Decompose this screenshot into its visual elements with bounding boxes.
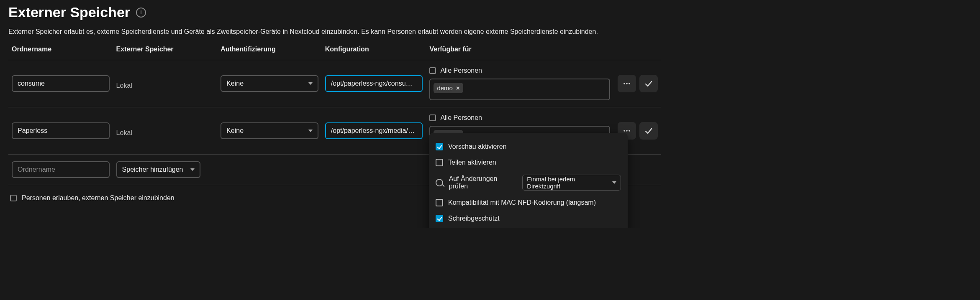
svg-point-1 [626, 83, 628, 84]
preview-label: Vorschau aktivieren [448, 143, 507, 150]
save-button[interactable] [639, 75, 658, 92]
dots-icon [623, 79, 631, 88]
all-persons-toggle[interactable]: Alle Personen [429, 67, 610, 74]
svg-point-2 [629, 83, 630, 84]
readonly-toggle[interactable]: Schreibgeschützt [436, 211, 621, 226]
available-for-tags[interactable]: demo × [429, 79, 610, 100]
add-backend-label: Speicher hinzufügen [122, 166, 183, 173]
svg-point-0 [623, 83, 625, 84]
mac-nfd-toggle[interactable]: Kompatibilität mit MAC NFD-Kodierung (la… [436, 195, 621, 211]
all-persons-label: Alle Personen [440, 114, 482, 122]
check-icon [644, 79, 653, 88]
sharing-toggle[interactable]: Teilen aktivieren [436, 155, 621, 170]
auth-select[interactable]: Keine [221, 75, 318, 92]
checkbox-icon [429, 114, 436, 121]
auth-value: Keine [226, 80, 244, 87]
mac-nfd-label: Kompatibilität mit MAC NFD-Kodierung (la… [448, 199, 596, 206]
folder-name-input[interactable] [12, 75, 110, 92]
save-button[interactable] [639, 122, 658, 140]
search-icon [436, 179, 443, 186]
svg-point-5 [629, 130, 630, 132]
sharing-label: Teilen aktivieren [448, 159, 496, 166]
col-config: Konfiguration [322, 41, 426, 60]
col-available: Verfügbar für [426, 41, 613, 60]
col-auth: Authentifizierung [217, 41, 322, 60]
allow-user-mount-label: Personen erlauben, externen Speicher ein… [22, 194, 174, 202]
svg-point-4 [626, 130, 628, 132]
auth-select[interactable]: Keine [221, 122, 318, 139]
page-lead: Externer Speicher erlaubt es, externe Sp… [8, 28, 661, 36]
checkbox-icon [436, 215, 443, 222]
more-button[interactable] [618, 75, 636, 92]
svg-point-3 [623, 130, 625, 132]
backend-label: Lokal [116, 78, 214, 89]
check-changes-row: Auf Änderungen prüfen Einmal bei jedem D… [436, 170, 621, 195]
table-row: Lokal Keine Alle Personen [8, 60, 661, 107]
folder-name-input[interactable] [12, 122, 110, 139]
auth-value: Keine [226, 127, 244, 135]
checkbox-icon [436, 159, 443, 166]
checkbox-icon [10, 195, 17, 201]
mount-options-popover: Vorschau aktivieren Teilen aktivieren Au… [429, 133, 628, 228]
chevron-down-icon [190, 168, 195, 171]
check-icon [644, 127, 653, 135]
checkbox-icon [429, 67, 436, 74]
chip-label: demo [437, 84, 453, 92]
check-changes-value: Einmal bei jedem Direktzugriff [527, 175, 608, 190]
chevron-down-icon [308, 82, 313, 85]
all-persons-toggle[interactable]: Alle Personen [429, 114, 610, 122]
checkbox-icon [436, 143, 443, 150]
checkbox-icon [436, 199, 443, 206]
readonly-label: Schreibgeschützt [448, 215, 500, 222]
col-backend: Externer Speicher [113, 41, 218, 60]
new-folder-name-input[interactable] [12, 161, 110, 178]
add-backend-select[interactable]: Speicher hinzufügen [116, 161, 201, 178]
chevron-down-icon [612, 181, 616, 184]
col-name: Ordnername [8, 41, 113, 60]
check-changes-select[interactable]: Einmal bei jedem Direktzugriff [522, 175, 621, 191]
user-chip: demo × [434, 83, 463, 93]
all-persons-label: Alle Personen [440, 67, 482, 74]
config-path-input[interactable] [325, 75, 423, 92]
preview-toggle[interactable]: Vorschau aktivieren [436, 139, 621, 155]
remove-chip-icon[interactable]: × [456, 84, 460, 92]
config-path-input[interactable] [325, 122, 423, 139]
backend-label: Lokal [116, 125, 214, 137]
page-title: Externer Speicher [8, 4, 130, 20]
check-changes-label: Auf Änderungen prüfen [449, 175, 517, 190]
chevron-down-icon [308, 130, 313, 132]
info-icon[interactable]: i [136, 8, 146, 18]
